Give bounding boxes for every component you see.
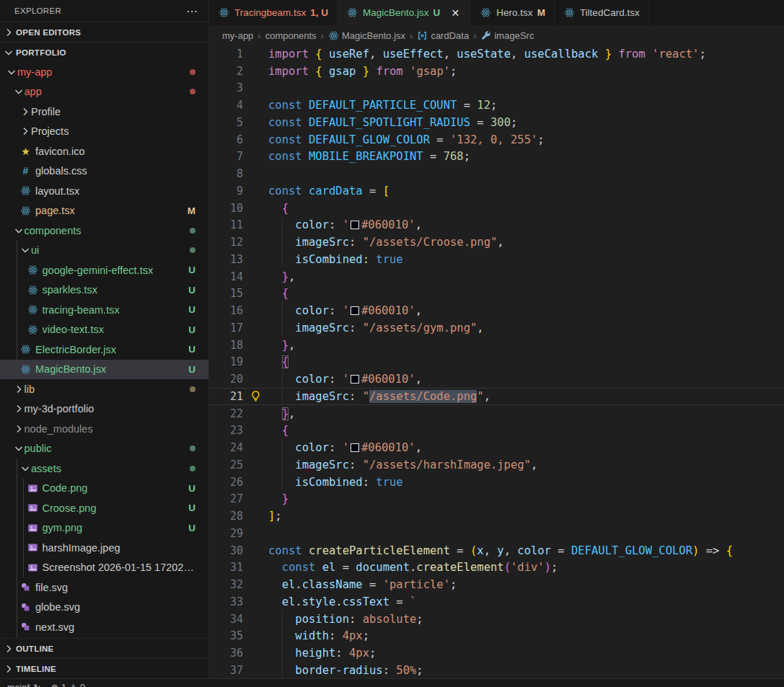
breadcrumb-item-magicbento-jsx[interactable]: MagicBento.jsx	[328, 30, 405, 41]
tree-item-my-app[interactable]: my-app	[0, 62, 208, 82]
tree-item-tracing-beam-tsx[interactable]: tracing-beam.tsxU	[0, 300, 208, 320]
img-icon	[27, 522, 39, 533]
color-swatch[interactable]	[351, 306, 359, 315]
code-line-content: color: '#060010',	[268, 302, 422, 319]
line-number: 36	[209, 647, 250, 660]
tree-item-layout-tsx[interactable]: layout.tsx	[0, 181, 208, 201]
tree-item-next-svg[interactable]: next.svg	[0, 617, 208, 637]
token: from	[612, 48, 646, 61]
code-line-14[interactable]: 14 },	[209, 268, 784, 285]
code-line-37[interactable]: 37 border-radius: 50%;	[209, 662, 784, 678]
line-number: 26	[209, 476, 250, 489]
code-line-3[interactable]: 3	[209, 80, 784, 97]
tab-magicbento-jsx[interactable]: MagicBento.jsxU✕	[338, 0, 471, 25]
color-swatch[interactable]	[351, 443, 359, 452]
tree-item-google-gemini-effect-tsx[interactable]: google-gemini-effect.tsxU	[0, 260, 208, 280]
code-line-6[interactable]: 6const DEFAULT_GLOW_COLOR = '132, 0, 255…	[209, 131, 784, 149]
tree-item-harshimage-jpeg[interactable]: harshImage.jpeg	[0, 538, 208, 558]
code-line-30[interactable]: 30const createParticleElement = (x, y, c…	[209, 542, 784, 559]
code-line-31[interactable]: 31 const el = document.createElement('di…	[209, 559, 784, 577]
code-line-12[interactable]: 12 imageSrc: "/assets/Croose.png",	[209, 234, 784, 251]
tree-item-lib[interactable]: lib	[0, 379, 208, 399]
code-line-9[interactable]: 9const cardData = [	[209, 182, 784, 200]
code-line-16[interactable]: 16 color: '#060010',	[209, 302, 784, 319]
tree-item-globals-css[interactable]: #globals.css	[0, 161, 208, 182]
tab-tiltedcard-tsx[interactable]: TiltedCard.tsx	[555, 0, 649, 25]
code-line-24[interactable]: 24 color: '#060010',	[209, 439, 784, 456]
tree-item-assets[interactable]: assets	[0, 458, 208, 479]
tree-item-screenshot-2026-01-15-17202-[interactable]: Screenshot 2026-01-15 17202…	[0, 558, 208, 578]
code-line-11[interactable]: 11 color: '#060010',	[209, 217, 784, 234]
color-swatch[interactable]	[351, 221, 359, 229]
tree-item-components[interactable]: components	[0, 221, 208, 241]
tree-item-gym-png[interactable]: gym.pngU	[0, 518, 208, 538]
color-swatch[interactable]	[351, 375, 359, 384]
tree-item-file-svg[interactable]: file.svg	[0, 577, 208, 598]
code-line-23[interactable]: 23 {	[209, 422, 784, 440]
lightbulb-icon[interactable]	[250, 389, 268, 404]
tab-tracingbeam-tsx[interactable]: Tracingbeam.tsx1, U	[209, 0, 338, 25]
tree-item-projects[interactable]: Projects	[0, 122, 208, 142]
tree-item-profile[interactable]: Profile	[0, 102, 208, 122]
code-line-26[interactable]: 26 isCombined: true	[209, 474, 784, 491]
breadcrumb-item-components[interactable]: components	[265, 30, 317, 41]
code-line-17[interactable]: 17 imageSrc: "/assets/gym.png",	[209, 319, 784, 337]
problems-item[interactable]: ⊗ 1 ⚠ 0	[50, 681, 85, 687]
code-line-2[interactable]: 2import { gsap } from 'gsap';	[209, 63, 784, 80]
code-line-8[interactable]: 8	[209, 165, 784, 182]
tree-item-video-text-tsx[interactable]: video-text.tsxU	[0, 320, 208, 340]
code-line-32[interactable]: 32 el.className = 'particle';	[209, 576, 784, 593]
tree-item-app[interactable]: app	[0, 82, 208, 102]
tree-item-public[interactable]: public	[0, 439, 208, 459]
breadcrumb-item-carddata[interactable]: cardData	[417, 30, 469, 41]
git-branch-item[interactable]: main* ↻	[7, 681, 40, 687]
breadcrumb-item-imagesrc[interactable]: imageSrc	[480, 30, 534, 41]
code-line-22[interactable]: 22 },	[209, 405, 784, 422]
code-line-4[interactable]: 4const DEFAULT_PARTICLE_COUNT = 12;	[209, 97, 784, 114]
open-editors-section[interactable]: OPEN EDITORS	[0, 22, 208, 42]
code-line-34[interactable]: 34 position: absolute;	[209, 611, 784, 628]
breadcrumb-separator: ›	[320, 30, 325, 41]
code-line-20[interactable]: 20 color: '#060010',	[209, 371, 784, 388]
explorer-more-icon[interactable]: ⋯	[186, 4, 198, 18]
outline-section[interactable]: OUTLINE	[0, 638, 208, 658]
breadcrumb-item-my-app[interactable]: my-app	[222, 30, 253, 41]
tree-item-ui[interactable]: ui	[0, 241, 208, 261]
tree-item-code-png[interactable]: Code.pngU	[0, 479, 208, 499]
tree-item-my-3d-portfolio[interactable]: my-3d-portfolio	[0, 399, 208, 420]
tree-item-globe-svg[interactable]: globe.svg	[0, 598, 208, 618]
close-icon[interactable]: ✕	[449, 7, 462, 19]
token: ;	[450, 578, 457, 591]
portfolio-section[interactable]: PORTFOLIO	[0, 42, 208, 62]
code-line-33[interactable]: 33 el.style.cssText = `	[209, 593, 784, 611]
code-line-15[interactable]: 15 {	[209, 285, 784, 303]
tree-item-sparkles-tsx[interactable]: sparkles.tsxU	[0, 280, 208, 301]
code-line-5[interactable]: 5const DEFAULT_SPOTLIGHT_RADIUS = 300;	[209, 114, 784, 131]
timeline-section[interactable]: TIMELINE	[0, 658, 208, 678]
token	[268, 492, 282, 505]
code-line-21[interactable]: 21 imageSrc: "/assets/Code.png",	[209, 388, 784, 405]
code-line-13[interactable]: 13 isCombined: true	[209, 251, 784, 268]
tree-item-croose-png[interactable]: Croose.pngU	[0, 498, 208, 518]
tree-item-magicbento-jsx[interactable]: MagicBento.jsxU	[0, 360, 208, 380]
tree-item-page-tsx[interactable]: page.tsxM	[0, 201, 208, 221]
token: "/assets/gym.png"	[363, 322, 477, 334]
code-line-29[interactable]: 29	[209, 525, 784, 542]
tab-hero-tsx[interactable]: Hero.tsxM	[471, 0, 555, 25]
code-line-7[interactable]: 7const MOBILE_BREAKPOINT = 768;	[209, 149, 784, 166]
code-line-28[interactable]: 28];	[209, 508, 784, 525]
code-line-27[interactable]: 27 }	[209, 491, 784, 508]
code-line-1[interactable]: 1import { useRef, useEffect, useState, u…	[209, 45, 784, 63]
tree-item-electricborder-jsx[interactable]: ElectricBorder.jsxU	[0, 340, 208, 360]
code-line-10[interactable]: 10 {	[209, 200, 784, 217]
code-line-35[interactable]: 35 width: 4px;	[209, 628, 784, 645]
tree-item-node-modules[interactable]: node_modules	[0, 419, 208, 439]
code-line-25[interactable]: 25 imageSrc: "/assets/harshImage.jpeg",	[209, 456, 784, 474]
tree-item-favicon-ico[interactable]: ★favicon.ico	[0, 141, 208, 161]
line-number: 21	[209, 390, 250, 403]
code-line-36[interactable]: 36 height: 4px;	[209, 644, 784, 662]
token: :	[383, 664, 397, 677]
code-editor[interactable]: 1import { useRef, useEffect, useState, u…	[209, 45, 784, 678]
code-line-19[interactable]: 19 {	[209, 354, 784, 371]
code-line-18[interactable]: 18 },	[209, 337, 784, 354]
